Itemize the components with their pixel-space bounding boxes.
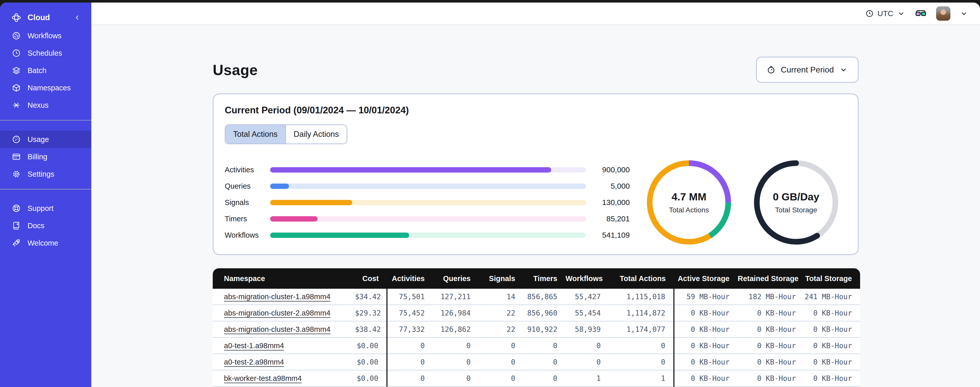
cell-active_storage: 0 KB-Hour [674, 354, 738, 370]
main-area: UTC Usage [91, 3, 980, 387]
cell-namespace: abs-migration-cluster-1.a98mm4 [213, 289, 355, 305]
namespace-link[interactable]: abs-migration-cluster-1.a98mm4 [224, 293, 330, 301]
bar-value: 5,000 [586, 182, 630, 190]
user-avatar[interactable] [936, 6, 950, 21]
cell-workflows: 0 [565, 337, 609, 354]
namespace-link[interactable]: abs-migration-cluster-2.a98mm4 [224, 309, 330, 317]
sidebar-item-namespaces[interactable]: Namespaces [0, 79, 91, 96]
sidebar-item-label: Settings [27, 170, 54, 178]
namespace-link[interactable]: a0-test-2.a98mm4 [224, 358, 284, 366]
cell-activities: 75,452 [387, 305, 433, 321]
donut-center: 4.7 MM Total Actions [644, 158, 734, 247]
cell-queries: 0 [433, 354, 479, 370]
period-selector-button[interactable]: Current Period [756, 57, 859, 83]
column-header-workflows: Workflows [565, 268, 609, 289]
bar-track [270, 184, 586, 189]
sidebar-item-workflows[interactable]: Workflows [0, 27, 91, 45]
bar-value: 900,000 [586, 165, 630, 174]
sidebar: Cloud Workflows Schedules Batch Namespac… [0, 3, 91, 387]
usage-bar-chart: Activities 900,000 Queries 5,000 Signals… [225, 166, 644, 239]
sidebar-item-welcome[interactable]: Welcome [0, 234, 91, 252]
cell-retained_storage: 182 MB-Hour [738, 289, 804, 305]
sidebar-item-billing[interactable]: Billing [0, 148, 91, 165]
card-title: Current Period (09/01/2024 — 10/01/2024) [225, 105, 846, 116]
sidebar-nav-footer: Support Docs Welcome [0, 200, 91, 252]
welcome-rocket-icon [12, 238, 21, 248]
cell-timers: 0 [523, 354, 565, 370]
sidebar-item-docs[interactable]: Docs [0, 217, 91, 234]
sidebar-item-schedules[interactable]: Schedules [0, 45, 91, 62]
cell-active_storage: 59 MB-Hour [674, 289, 738, 305]
cell-workflows: 0 [565, 354, 609, 370]
glasses-icon[interactable] [915, 7, 927, 20]
namespace-link[interactable]: a0-test-1.a98mm4 [224, 342, 284, 350]
cell-cost: $34.42 [355, 289, 387, 305]
actions-tabs: Total Actions Daily Actions [225, 124, 347, 144]
sidebar-item-batch[interactable]: Batch [0, 62, 91, 79]
sidebar-item-settings[interactable]: Settings [0, 165, 91, 183]
sidebar-brand[interactable]: Cloud [0, 8, 91, 27]
bar-fill [270, 216, 318, 222]
cell-namespace: abs-migration-cluster-2.a98mm4 [213, 305, 355, 321]
cell-signals: 0 [479, 337, 523, 354]
cell-total_storage: 241 MB-Hour [804, 289, 860, 305]
bar-row: Activities 900,000 [225, 166, 630, 174]
tab-daily-actions[interactable]: Daily Actions [285, 125, 347, 144]
cell-total_actions: 1,115,018 [609, 289, 674, 305]
column-header-total_actions: Total Actions [609, 268, 674, 289]
donut-label: Total Actions [669, 206, 709, 214]
cell-queries: 126,984 [433, 305, 479, 321]
cell-timers: 856,865 [523, 289, 565, 305]
sidebar-item-nexus[interactable]: Nexus [0, 96, 91, 114]
namespaces-cube-icon [12, 83, 21, 93]
cell-cost: $29.32 [355, 305, 387, 321]
cell-activities: 77,332 [387, 321, 433, 337]
column-header-active_storage: Active Storage [674, 268, 738, 289]
sidebar-item-label: Billing [27, 153, 47, 161]
cell-workflows: 55,427 [565, 289, 609, 305]
sidebar-collapse-icon[interactable] [73, 14, 81, 21]
bar-label: Timers [225, 215, 270, 223]
namespace-link[interactable]: abs-migration-cluster-3.a98mm4 [224, 325, 330, 333]
tab-total-actions[interactable]: Total Actions [226, 125, 285, 144]
namespace-usage-table: NamespaceCostActivitiesQueriesSignalsTim… [213, 268, 859, 387]
cell-total_storage: 0 KB-Hour [804, 321, 860, 337]
batch-layers-icon [12, 66, 21, 75]
timezone-label: UTC [877, 9, 893, 18]
page-content: Usage Current Period Current Period (09/… [91, 25, 980, 387]
table-row: abs-migration-cluster-2.a98mm4$29.3275,4… [213, 305, 860, 321]
cell-signals: 14 [479, 289, 523, 305]
cell-total_storage: 0 KB-Hour [804, 305, 860, 321]
cell-cost: $0.00 [355, 354, 387, 370]
chevron-down-icon [897, 9, 905, 18]
cell-total_storage: 0 KB-Hour [804, 337, 860, 354]
cell-retained_storage: 0 KB-Hour [738, 321, 804, 337]
sidebar-item-support[interactable]: Support [0, 200, 91, 217]
table-header-row: NamespaceCostActivitiesQueriesSignalsTim… [213, 268, 860, 289]
workflows-icon [12, 31, 21, 40]
cell-queries: 126,862 [433, 321, 479, 337]
support-lifering-icon [12, 204, 21, 213]
nexus-asterisk-icon [12, 101, 21, 110]
bar-label: Workflows [225, 231, 270, 240]
cell-retained_storage: 0 KB-Hour [738, 305, 804, 321]
column-header-timers: Timers [523, 268, 565, 289]
sidebar-divider [0, 120, 91, 120]
sidebar-item-label: Batch [27, 66, 46, 75]
namespace-link[interactable]: bk-worker-test.a98mm4 [224, 374, 302, 382]
cell-total_actions: 0 [609, 337, 674, 354]
page-title: Usage [213, 61, 258, 78]
sidebar-item-usage[interactable]: Usage [0, 131, 91, 148]
cell-activities: 0 [387, 337, 433, 354]
timezone-selector[interactable]: UTC [865, 9, 905, 18]
sidebar-item-label: Schedules [27, 49, 62, 58]
cell-cost: $0.00 [355, 370, 387, 387]
bar-value: 541,109 [586, 231, 630, 240]
cell-queries: 127,211 [433, 289, 479, 305]
user-menu-chevron-icon[interactable] [959, 9, 968, 18]
cell-active_storage: 0 KB-Hour [674, 321, 738, 337]
bar-track [270, 200, 586, 205]
bar-row: Workflows 541,109 [225, 231, 630, 239]
sidebar-item-label: Nexus [27, 101, 48, 110]
cell-total_actions: 1,114,872 [609, 305, 674, 321]
